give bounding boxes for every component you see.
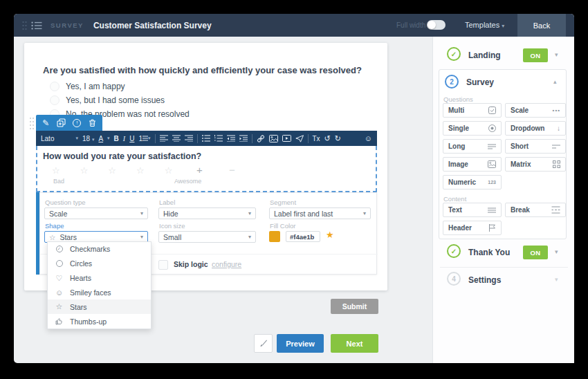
divider <box>155 134 156 143</box>
chevron-up-icon[interactable]: ▴ <box>553 78 557 85</box>
theme-brush-button[interactable] <box>254 334 273 353</box>
skip-logic-checkbox[interactable] <box>158 260 168 270</box>
label-select[interactable]: Hide▾ <box>158 207 256 219</box>
align-right-icon[interactable] <box>185 135 193 142</box>
undo-icon[interactable]: ↺ <box>324 134 331 143</box>
segment-select[interactable]: Label first and last▾ <box>269 207 371 219</box>
lines-icon <box>488 144 496 149</box>
italic-button[interactable]: I <box>123 135 125 142</box>
insert-video-icon[interactable] <box>282 135 291 142</box>
add-question-short[interactable]: Short <box>505 139 566 154</box>
add-question-long[interactable]: Long <box>443 139 502 154</box>
skip-logic-configure-link[interactable]: configure <box>212 260 241 268</box>
radio-option[interactable]: Yes, I am happy <box>50 81 125 92</box>
star-icon[interactable]: ☆ <box>52 165 60 176</box>
star-icon[interactable]: ☆ <box>165 165 173 176</box>
add-question-dropdown[interactable]: Dropdown↓ <box>505 121 566 136</box>
shape-label: Shape <box>45 222 64 230</box>
underline-button[interactable]: U <box>129 135 134 142</box>
duplicate-icon[interactable] <box>57 118 66 127</box>
ordered-list-icon[interactable] <box>214 135 223 142</box>
preview-question-title[interactable]: How would you rate your satisfaction? <box>43 151 201 161</box>
redo-icon[interactable]: ↻ <box>335 134 341 143</box>
align-center-icon[interactable] <box>172 135 181 142</box>
add-question-single[interactable]: Single <box>443 121 502 136</box>
fill-color-label: Fill Color <box>270 222 295 230</box>
add-content-text[interactable]: Text <box>443 203 502 217</box>
star-icon[interactable]: ☆ <box>108 165 116 176</box>
dropdown-option-circles[interactable]: Circles <box>48 257 151 271</box>
add-content-break[interactable]: Break <box>505 203 566 217</box>
fill-color-swatch[interactable] <box>269 231 280 242</box>
trash-icon[interactable] <box>89 119 96 127</box>
image-icon <box>488 160 496 168</box>
dropdown-option-checkmarks[interactable]: ✓Checkmarks <box>48 242 151 257</box>
font-color-button[interactable]: A <box>98 135 103 142</box>
submit-button[interactable]: Submit <box>331 299 378 314</box>
app-window: SURVEY Customer Satisfaction Survey Full… <box>14 14 574 363</box>
full-width-toggle[interactable] <box>427 20 445 30</box>
link-icon[interactable] <box>257 135 265 142</box>
questions-section-label: Questions <box>443 95 473 103</box>
edit-pencil-icon[interactable]: ✎ <box>42 118 49 128</box>
question-drag-handle-icon[interactable] <box>29 117 35 133</box>
richtext-toolbar: Lato▾ 18 ▾ A▾ B I U 1▾ Tx ↺ ↻ ☺ <box>36 131 377 146</box>
add-question-matrix[interactable]: Matrix <box>505 157 566 172</box>
dropdown-option-thumbs-up[interactable]: Thumbs-up <box>48 314 151 329</box>
question-preview-area[interactable]: How would you rate your satisfaction? ☆ … <box>36 146 377 192</box>
insert-image-icon[interactable] <box>269 135 278 142</box>
survey-section-panel: 2 Survey ▴ Questions Multi Scale••• Sing… <box>439 69 567 239</box>
send-icon[interactable] <box>295 135 304 142</box>
icon-size-select[interactable]: Small▾ <box>158 231 256 243</box>
radio-icon[interactable] <box>50 82 59 91</box>
radio-option[interactable]: Yes, but I had some issues <box>50 95 165 106</box>
sidebar-item-thank-you[interactable]: Thank You <box>468 248 510 257</box>
dropdown-option-smiley-faces[interactable]: ☺Smiley faces <box>48 286 151 300</box>
font-size-select[interactable]: 18 ▾ <box>82 135 94 142</box>
indent-icon[interactable] <box>239 135 248 142</box>
star-icon[interactable]: ☆ <box>136 165 145 176</box>
option-label: Yes, but I had some issues <box>66 95 165 105</box>
line-height-button[interactable]: 1▾ <box>138 135 150 142</box>
sidebar-item-landing[interactable]: Landing <box>468 50 501 60</box>
align-left-icon[interactable] <box>160 135 168 142</box>
question-type-select[interactable]: Scale▾ <box>44 207 148 219</box>
chevron-down-icon[interactable]: ▾ <box>555 276 558 283</box>
thank-you-on-toggle[interactable]: ON <box>523 246 548 259</box>
preview-button[interactable]: Preview <box>277 334 324 353</box>
sidebar-item-settings[interactable]: Settings <box>468 275 501 285</box>
add-step-button[interactable]: + <box>196 164 203 176</box>
radio-icon[interactable] <box>50 95 59 105</box>
font-family-select[interactable]: Lato▾ <box>41 135 78 142</box>
star-icon[interactable]: ☆ <box>80 165 89 176</box>
sidebar: ✓ Landing ON ▾ 2 Survey ▴ Questions Mult… <box>432 37 574 363</box>
next-button[interactable]: Next <box>331 334 378 353</box>
add-question-scale[interactable]: Scale••• <box>505 103 566 118</box>
add-content-header[interactable]: Header <box>443 221 502 235</box>
templates-menu[interactable]: Templates ▾ <box>465 21 504 29</box>
survey-step-number: 2 <box>445 75 459 89</box>
clear-format-button[interactable]: Tx <box>313 135 320 142</box>
fill-color-input[interactable]: #f4ae1b <box>286 231 320 242</box>
emoji-icon[interactable]: ☺ <box>365 134 372 142</box>
bold-button[interactable]: B <box>114 135 119 142</box>
survey-title: Customer Satisfaction Survey <box>93 21 212 30</box>
outdent-icon[interactable] <box>227 135 235 142</box>
move-up-icon[interactable]: ↑ <box>73 119 81 127</box>
add-question-numeric[interactable]: Numeric123 <box>443 175 502 190</box>
drag-handle-icon[interactable] <box>22 21 27 30</box>
short-lines-icon <box>552 145 560 149</box>
bullet-list-icon[interactable] <box>202 135 210 142</box>
chevron-down-icon[interactable]: ▾ <box>555 51 558 58</box>
back-button[interactable]: Back <box>517 14 566 37</box>
add-question-multi[interactable]: Multi <box>443 103 502 118</box>
dropdown-option-hearts[interactable]: ♡Hearts <box>48 271 151 286</box>
sidebar-item-survey[interactable]: Survey <box>466 77 494 87</box>
chevron-down-icon[interactable]: ▾ <box>555 248 558 255</box>
landing-on-toggle[interactable]: ON <box>523 48 548 62</box>
menu-icon[interactable] <box>31 21 42 30</box>
remove-step-button[interactable]: − <box>229 164 235 176</box>
dropdown-option-stars[interactable]: ☆Stars <box>48 299 151 314</box>
lines-icon <box>488 207 496 213</box>
add-question-image[interactable]: Image <box>443 157 502 172</box>
